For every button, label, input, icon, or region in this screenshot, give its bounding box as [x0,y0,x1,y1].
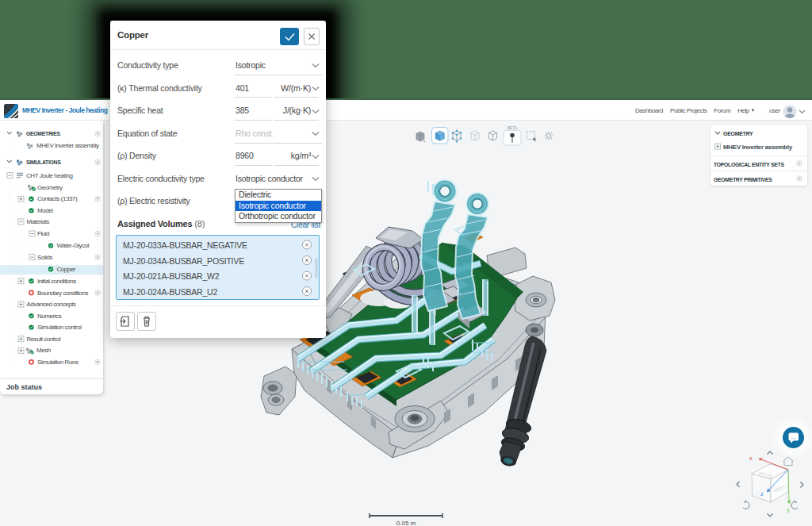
svg-text:BETA: BETA [508,126,517,130]
svg-text:Model: Model [37,207,53,214]
svg-text:Water-Glycol: Water-Glycol [57,242,90,249]
svg-text:GEOMETRIES: GEOMETRIES [26,131,61,136]
svg-text:SIMULATIONS: SIMULATIONS [26,159,61,165]
svg-text:Solids: Solids [37,254,53,261]
svg-text:Copper: Copper [57,266,76,273]
svg-text:CHT Joule heating: CHT Joule heating [26,172,72,179]
svg-text:MHEV Inverter assembly: MHEV Inverter assembly [723,144,793,151]
svg-text:x: x [749,455,753,462]
svg-text:Advanced concepts: Advanced concepts [27,301,77,308]
svg-text:Geometry: Geometry [37,184,63,191]
svg-text:Boundary conditions: Boundary conditions [37,290,88,297]
svg-text:Numerics: Numerics [37,313,62,320]
svg-text:Mesh: Mesh [36,347,51,354]
svg-text:Contacts (1337): Contacts (1337) [37,195,78,202]
svg-text:Simulation Runs: Simulation Runs [37,359,79,366]
svg-text:Initial conditions: Initial conditions [37,278,76,285]
svg-text:y: y [787,506,790,513]
svg-text:MHEV Inverter assembly: MHEV Inverter assembly [36,142,99,149]
svg-text:z: z [760,490,764,497]
svg-text:0.05 m: 0.05 m [396,520,416,526]
svg-text:Materials: Materials [27,218,50,225]
svg-text:Fluid: Fluid [37,230,49,237]
svg-text:GEOMETRY PRIMITIVES: GEOMETRY PRIMITIVES [714,177,772,182]
svg-text:Result control: Result control [27,336,61,343]
svg-text:Simulation control: Simulation control [37,324,82,331]
svg-text:GEOMETRY: GEOMETRY [723,131,753,136]
svg-text:TOPOLOGICAL ENTITY SETS: TOPOLOGICAL ENTITY SETS [714,162,784,167]
